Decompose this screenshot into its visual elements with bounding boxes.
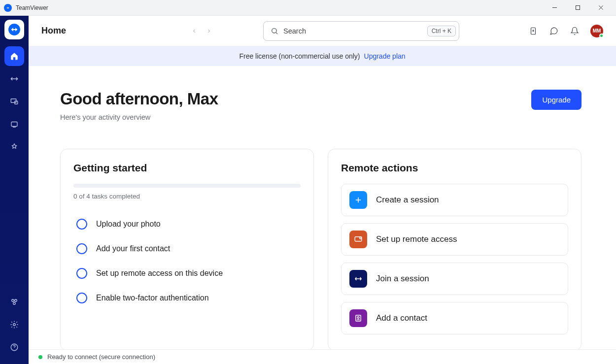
- svg-rect-7: [11, 122, 17, 127]
- banner-text: Free license (non-commercial use only): [239, 52, 360, 60]
- status-text: Ready to connect (secure connection): [47, 353, 155, 361]
- upgrade-button[interactable]: Upgrade: [531, 90, 582, 110]
- search-icon: [271, 27, 278, 35]
- gs-item-label: Set up remote access on this device: [96, 269, 223, 278]
- avatar[interactable]: MM: [590, 25, 603, 37]
- getting-started-title: Getting started: [73, 162, 301, 174]
- sidebar-item-connections[interactable]: [4, 69, 24, 89]
- svg-point-19: [360, 237, 362, 239]
- search-placeholder: Search: [283, 27, 422, 35]
- sidebar-item-plugins[interactable]: [4, 292, 24, 312]
- window-title: TeamViewer: [16, 4, 48, 11]
- ra-create-session[interactable]: Create a session: [341, 184, 568, 216]
- checkbox-circle-icon: [76, 219, 87, 230]
- plus-icon: [349, 191, 367, 209]
- svg-point-21: [357, 317, 359, 319]
- avatar-initials: MM: [593, 28, 601, 33]
- sidebar-item-settings[interactable]: [4, 315, 24, 334]
- monitor-icon: [349, 231, 367, 248]
- sidebar-item-home[interactable]: [4, 46, 24, 66]
- status-dot-icon: [38, 355, 42, 359]
- checkbox-circle-icon: [76, 293, 87, 303]
- greeting-subtitle: Here's your activity overview: [60, 113, 218, 121]
- contact-icon: [349, 309, 367, 327]
- ra-item-label: Set up remote access: [376, 234, 457, 244]
- ra-item-label: Add a contact: [376, 313, 427, 323]
- remote-actions-title: Remote actions: [341, 162, 568, 174]
- window-titlebar: TeamViewer: [0, 0, 616, 16]
- chat-icon[interactable]: [549, 26, 559, 36]
- svg-line-14: [276, 33, 277, 34]
- ra-item-label: Create a session: [376, 195, 439, 205]
- gs-item-upload-photo[interactable]: Upload your photo: [73, 212, 301, 236]
- ra-add-contact[interactable]: Add a contact: [341, 302, 568, 334]
- presence-dot-icon: [599, 33, 604, 38]
- progress-label: 0 of 4 tasks completed: [73, 193, 301, 200]
- license-banner: Free license (non-commercial use only) U…: [29, 46, 616, 66]
- statusbar: Ready to connect (secure connection): [29, 349, 616, 364]
- ra-join-session[interactable]: Join a session: [341, 263, 568, 295]
- svg-rect-5: [11, 99, 16, 103]
- page-title: Home: [41, 26, 66, 36]
- greeting-title: Good afternoon, Max: [60, 90, 218, 108]
- sidebar-item-meetings[interactable]: [4, 137, 24, 157]
- getting-started-card: Getting started 0 of 4 tasks completed U…: [60, 149, 314, 349]
- svg-rect-1: [576, 6, 580, 10]
- svg-point-9: [15, 299, 17, 302]
- svg-point-13: [272, 28, 276, 33]
- sidebar-logo[interactable]: [4, 20, 24, 39]
- checkbox-circle-icon: [76, 243, 87, 254]
- svg-point-8: [12, 299, 14, 302]
- window-minimize-button[interactable]: [544, 1, 566, 15]
- search-input[interactable]: Search Ctrl + K: [263, 21, 459, 41]
- sidebar: [0, 16, 29, 364]
- download-icon[interactable]: [528, 26, 538, 36]
- sidebar-item-sessions[interactable]: [4, 114, 24, 134]
- bell-icon[interactable]: [570, 26, 580, 36]
- swap-icon: [349, 270, 367, 288]
- remote-actions-card: Remote actions Create a session Set up r…: [328, 149, 582, 349]
- search-shortcut: Ctrl + K: [427, 26, 456, 36]
- svg-point-11: [13, 324, 16, 326]
- content-scroll[interactable]: Good afternoon, Max Here's your activity…: [29, 66, 616, 349]
- app-logo-icon: [4, 4, 12, 12]
- topbar: Home Search Ctrl + K MM: [29, 16, 616, 46]
- sidebar-item-help[interactable]: [4, 337, 24, 357]
- sidebar-item-devices[interactable]: [4, 92, 24, 111]
- gs-item-2fa[interactable]: Enable two-factor authentication: [73, 286, 301, 310]
- svg-point-10: [13, 302, 16, 305]
- gs-item-label: Upload your photo: [96, 220, 161, 229]
- progress-bar: [73, 184, 301, 188]
- ra-item-label: Join a session: [376, 274, 429, 284]
- upgrade-plan-link[interactable]: Upgrade plan: [364, 52, 406, 60]
- gs-item-label: Enable two-factor authentication: [96, 294, 209, 302]
- ra-setup-remote-access[interactable]: Set up remote access: [341, 223, 568, 256]
- checkbox-circle-icon: [76, 268, 87, 279]
- nav-back-button[interactable]: [188, 25, 200, 37]
- window-maximize-button[interactable]: [567, 1, 589, 15]
- gs-item-remote-access[interactable]: Set up remote access on this device: [73, 261, 301, 286]
- window-close-button[interactable]: [590, 1, 612, 15]
- gs-item-label: Add your first contact: [96, 244, 170, 253]
- gs-item-add-contact[interactable]: Add your first contact: [73, 236, 301, 261]
- nav-forward-button[interactable]: [203, 25, 215, 37]
